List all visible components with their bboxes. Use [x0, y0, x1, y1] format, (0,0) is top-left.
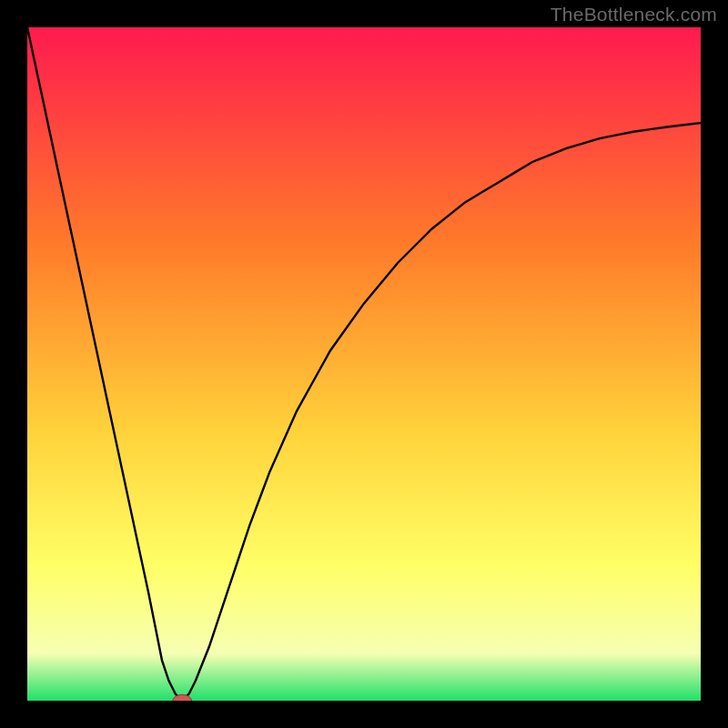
- chart-svg: [27, 27, 701, 701]
- chart-frame: TheBottleneck.com: [0, 0, 728, 728]
- plot-area: [27, 27, 701, 701]
- gradient-background: [27, 27, 701, 701]
- watermark-text: TheBottleneck.com: [551, 4, 717, 25]
